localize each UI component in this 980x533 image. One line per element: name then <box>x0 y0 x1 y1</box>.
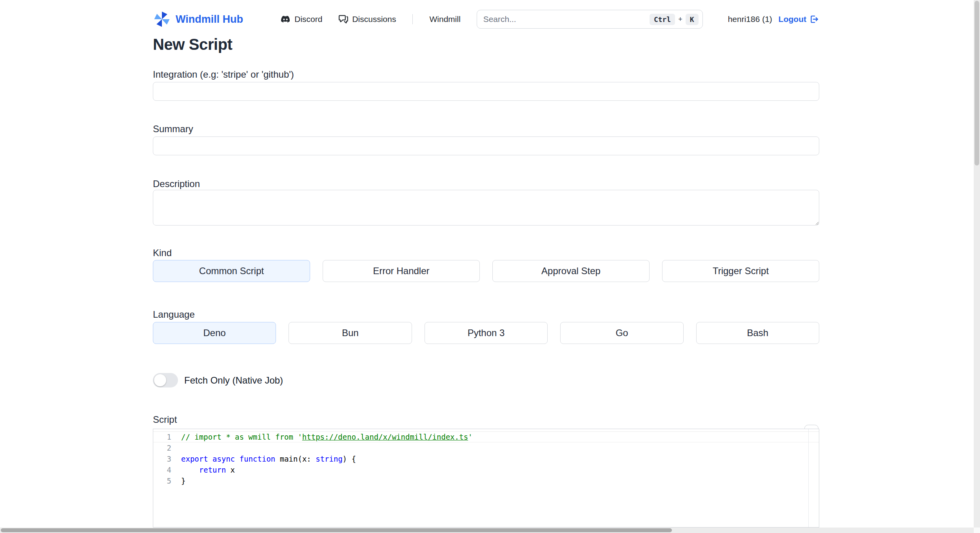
nav-item-discord[interactable]: Discord <box>280 14 322 24</box>
kind-option-trigger-script[interactable]: Trigger Script <box>662 260 819 282</box>
header-nav: Discord Discussions Windmill <box>280 14 461 24</box>
code-line[interactable]: 3export async function main(x: string) { <box>153 453 819 464</box>
search-box: Ctrl + K <box>477 10 703 29</box>
logout-label: Logout <box>779 15 806 24</box>
summary-input[interactable] <box>153 136 819 155</box>
username: henri186 (1) <box>728 15 772 24</box>
discussions-icon <box>339 15 348 24</box>
line-number: 5 <box>153 475 171 486</box>
kind-option-common-script[interactable]: Common Script <box>153 260 310 282</box>
nav-label-discord: Discord <box>294 15 322 24</box>
nav-divider <box>412 14 413 24</box>
kind-option-approval-step[interactable]: Approval Step <box>492 260 650 282</box>
code-line[interactable]: 1// import * as wmill from 'https://deno… <box>153 431 819 442</box>
scrollbar-corner <box>974 528 980 533</box>
discord-icon <box>280 14 290 24</box>
nav-label-discussions: Discussions <box>352 15 396 24</box>
shortcut-key-k: K <box>686 14 699 25</box>
integration-label: Integration (e.g: 'stripe' or 'github') <box>153 69 819 80</box>
language-option-python3[interactable]: Python 3 <box>425 322 548 344</box>
script-label: Script <box>153 414 819 426</box>
language-option-go[interactable]: Go <box>560 322 683 344</box>
fetch-only-toggle[interactable] <box>153 373 178 387</box>
main-content: Windmill Hub Discord Discussions <box>153 0 819 528</box>
horizontal-scrollbar-track[interactable] <box>0 528 974 533</box>
script-section: Script 1// import * as wmill from 'https… <box>153 414 819 528</box>
description-label: Description <box>153 178 819 190</box>
description-textarea[interactable] <box>153 190 819 226</box>
vertical-scrollbar-thumb[interactable] <box>975 1 979 166</box>
shortcut-key-ctrl: Ctrl <box>650 14 675 25</box>
page-title: New Script <box>153 36 819 53</box>
language-option-bun[interactable]: Bun <box>289 322 412 344</box>
fetch-only-label: Fetch Only (Native Job) <box>184 375 283 386</box>
brand-name: Windmill Hub <box>176 13 243 25</box>
language-option-bash[interactable]: Bash <box>696 322 819 344</box>
search-input[interactable] <box>483 15 650 24</box>
fetch-only-row: Fetch Only (Native Job) <box>153 373 819 387</box>
editor-scrollbar-divider <box>808 429 809 527</box>
code-line[interactable]: 2 <box>153 442 819 453</box>
horizontal-scrollbar-thumb[interactable] <box>1 528 672 532</box>
brand-home-link[interactable]: Windmill Hub <box>153 10 243 28</box>
user-area: henri186 (1) Logout <box>728 14 819 24</box>
language-label: Language <box>153 309 819 320</box>
line-number: 3 <box>153 453 171 464</box>
nav-item-discussions[interactable]: Discussions <box>339 15 396 24</box>
kind-option-error-handler[interactable]: Error Handler <box>323 260 480 282</box>
kind-options: Common Script Error Handler Approval Ste… <box>153 260 819 282</box>
summary-label: Summary <box>153 123 819 135</box>
logout-icon <box>809 14 819 24</box>
code-editor[interactable]: 1// import * as wmill from 'https://deno… <box>153 429 819 528</box>
logout-link[interactable]: Logout <box>779 14 819 24</box>
integration-input[interactable] <box>153 82 819 101</box>
code-line[interactable]: 5} <box>153 475 819 486</box>
shortcut-plus: + <box>678 15 682 24</box>
line-number: 1 <box>153 431 171 442</box>
line-number: 4 <box>153 464 171 475</box>
nav-item-windmill[interactable]: Windmill <box>429 15 460 24</box>
kind-label: Kind <box>153 247 819 259</box>
nav-label-windmill: Windmill <box>429 15 460 24</box>
toggle-knob <box>154 374 166 386</box>
language-options: Deno Bun Python 3 Go Bash <box>153 322 819 344</box>
code-line[interactable]: 4 return x <box>153 464 819 475</box>
header: Windmill Hub Discord Discussions <box>153 10 819 29</box>
vertical-scrollbar-track[interactable] <box>974 0 980 533</box>
windmill-logo-icon <box>153 10 171 28</box>
language-option-deno[interactable]: Deno <box>153 322 276 344</box>
line-number: 2 <box>153 442 171 453</box>
